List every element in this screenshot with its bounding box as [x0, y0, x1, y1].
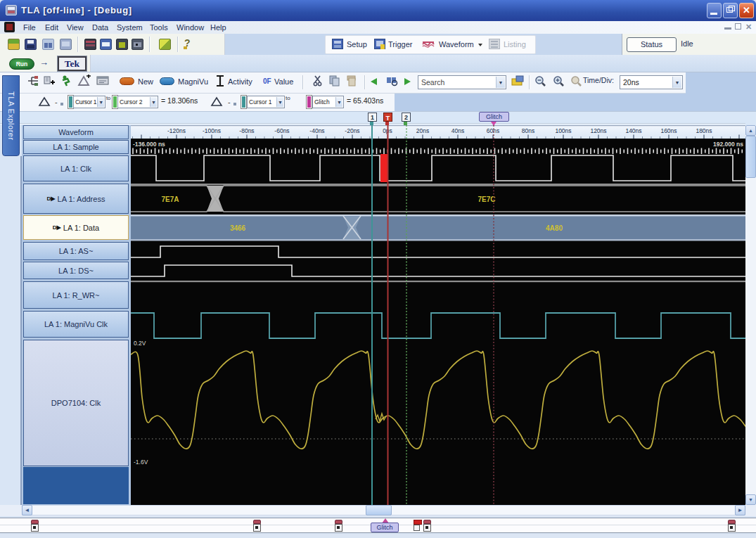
svg-text:192.000 ns: 192.000 ns [713, 141, 743, 148]
svg-text:-20ns: -20ns [345, 127, 359, 134]
svg-text:7E7A: 7E7A [161, 196, 179, 203]
svg-text:-40ns: -40ns [309, 127, 324, 134]
svg-text:7E7C: 7E7C [478, 196, 495, 203]
svg-text:40ns: 40ns [451, 127, 464, 134]
svg-text:80ns: 80ns [522, 127, 534, 134]
svg-text:-100ns: -100ns [203, 127, 221, 134]
svg-text:3466: 3466 [230, 224, 246, 232]
svg-text:180ns: 180ns [696, 127, 712, 134]
svg-text:4A80: 4A80 [546, 224, 563, 232]
svg-text:160ns: 160ns [660, 127, 677, 134]
svg-text:-1.6V: -1.6V [134, 459, 148, 466]
svg-text:-80ns: -80ns [239, 127, 254, 134]
svg-text:100ns: 100ns [555, 127, 571, 134]
svg-text:120ns: 120ns [590, 127, 606, 134]
svg-text:-120ns: -120ns [167, 127, 186, 134]
svg-text:20ns: 20ns [416, 127, 429, 134]
svg-text:-136.000 ns: -136.000 ns [133, 141, 165, 148]
svg-text:0.2V: 0.2V [134, 340, 146, 347]
svg-text:-60ns: -60ns [274, 127, 289, 134]
svg-text:60ns: 60ns [487, 127, 499, 134]
svg-text:140ns: 140ns [625, 127, 641, 134]
